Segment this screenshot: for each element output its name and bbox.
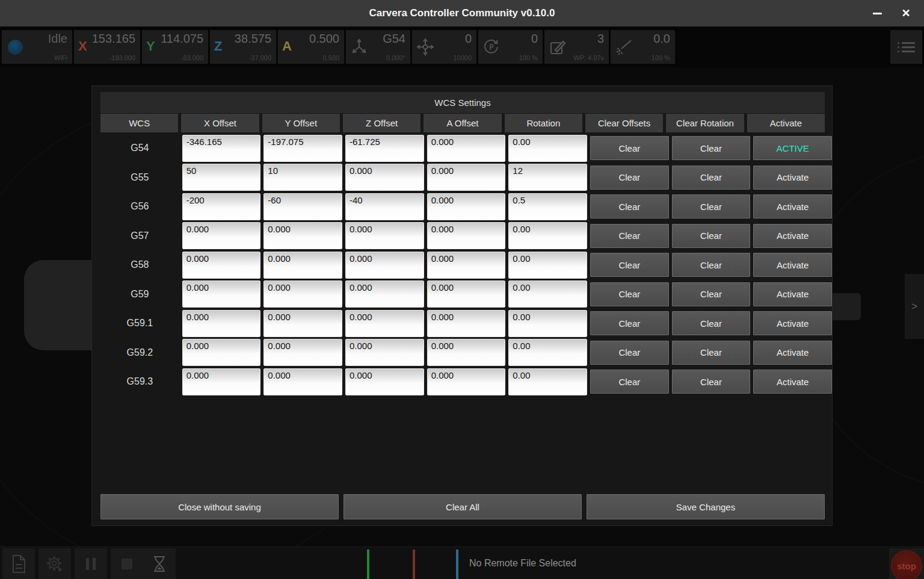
clear-offsets-button[interactable]: Clear	[590, 253, 669, 277]
clear-offsets-button[interactable]: Clear	[590, 224, 669, 248]
activate-button[interactable]: Activate	[753, 370, 832, 394]
a-offset-input[interactable]	[427, 164, 506, 191]
file-open-button[interactable]	[2, 548, 35, 579]
x-offset-input[interactable]	[182, 368, 261, 395]
close-button[interactable]: ✕	[893, 0, 919, 26]
activate-button[interactable]: Activate	[753, 194, 832, 218]
run-button[interactable]	[38, 548, 71, 579]
y-offset-input[interactable]	[263, 310, 342, 337]
side-panel-toggle[interactable]: >	[905, 274, 924, 339]
y-offset-input[interactable]	[263, 164, 342, 191]
stop-job-button[interactable]	[111, 548, 143, 579]
x-offset-input[interactable]	[182, 310, 261, 337]
a-offset-input[interactable]	[427, 280, 506, 308]
z-offset-input[interactable]	[345, 222, 424, 249]
y-offset-input[interactable]	[263, 222, 342, 249]
wcs-status-cell[interactable]: G54 0.000°	[346, 30, 410, 64]
rotation-input[interactable]	[508, 310, 587, 337]
connection-status-cell[interactable]: Idle WiFi	[2, 30, 72, 64]
rotation-input[interactable]	[508, 193, 587, 220]
axis-cell-y[interactable]: Y 114.075 -83.000	[142, 30, 208, 64]
y-offset-input[interactable]	[263, 280, 342, 308]
z-offset-input[interactable]	[345, 252, 424, 279]
clear-offsets-button[interactable]: Clear	[590, 282, 669, 306]
a-offset-input[interactable]	[427, 368, 506, 395]
activate-button[interactable]: Activate	[753, 224, 832, 248]
axis-cell-x[interactable]: X 153.165 -193.000	[74, 30, 140, 64]
y-offset-input[interactable]	[263, 252, 342, 279]
clear-offsets-button[interactable]: Clear	[590, 136, 669, 160]
laser-icon	[615, 38, 633, 56]
minimize-button[interactable]	[864, 0, 890, 26]
a-offset-input[interactable]	[427, 222, 506, 249]
activate-button[interactable]: Activate	[753, 253, 832, 277]
clear-offsets-button[interactable]: Clear	[590, 194, 669, 218]
activate-button[interactable]: ACTIVE	[753, 136, 832, 160]
x-offset-input[interactable]	[182, 339, 261, 366]
dialog-title: WCS Settings	[100, 92, 825, 113]
clear-rotation-button[interactable]: Clear	[672, 341, 751, 365]
a-offset-input[interactable]	[427, 135, 506, 162]
rotation-input[interactable]	[508, 368, 587, 395]
x-offset-input[interactable]	[182, 222, 261, 249]
rotation-input[interactable]	[508, 135, 587, 162]
z-offset-input[interactable]	[345, 280, 424, 308]
y-offset-input[interactable]	[263, 135, 342, 162]
activate-button[interactable]: Activate	[753, 341, 832, 365]
x-offset-input[interactable]	[182, 164, 261, 191]
spindle-rotation-icon	[482, 38, 500, 56]
pendant-button[interactable]	[143, 548, 176, 579]
rotation-input[interactable]	[508, 252, 587, 279]
clear-offsets-button[interactable]: Clear	[590, 341, 669, 365]
rotation-input[interactable]	[508, 164, 587, 191]
activate-button[interactable]: Activate	[753, 166, 832, 190]
clear-rotation-button[interactable]: Clear	[672, 282, 751, 306]
clear-rotation-button[interactable]: Clear	[672, 311, 751, 335]
clear-rotation-button[interactable]: Clear	[672, 370, 751, 394]
clear-rotation-button[interactable]: Clear	[672, 136, 751, 160]
z-offset-input[interactable]	[345, 310, 424, 337]
rotation-input[interactable]	[508, 280, 587, 308]
a-offset-input[interactable]	[427, 193, 506, 220]
clear-rotation-button[interactable]: Clear	[672, 224, 751, 248]
clear-rotation-button[interactable]: Clear	[672, 166, 751, 190]
x-offset-input[interactable]	[182, 280, 261, 308]
close-without-saving-button[interactable]: Close without saving	[100, 494, 339, 519]
rotation-input[interactable]	[508, 339, 587, 366]
x-offset-input[interactable]	[182, 193, 261, 220]
y-offset-input[interactable]	[263, 193, 342, 220]
x-offset-input[interactable]	[182, 252, 261, 279]
pause-button[interactable]	[75, 548, 107, 579]
activate-button[interactable]: Activate	[753, 282, 832, 306]
clear-rotation-button[interactable]: Clear	[672, 253, 751, 277]
clear-offsets-button[interactable]: Clear	[590, 166, 669, 190]
spindle-status-cell[interactable]: 0 100 %	[478, 30, 543, 64]
tool-status-cell[interactable]: 3 WP: 4.07v	[544, 30, 609, 64]
clear-rotation-button[interactable]: Clear	[672, 194, 751, 218]
clear-all-button[interactable]: Clear All	[343, 494, 582, 519]
axis-cell-z[interactable]: Z 38.575 -37.000	[210, 30, 276, 64]
z-offset-input[interactable]	[345, 368, 424, 395]
rotation-input[interactable]	[508, 222, 587, 249]
laser-status-cell[interactable]: 0.0 100 %	[611, 30, 675, 64]
z-offset-input[interactable]	[345, 164, 424, 191]
a-offset-input[interactable]	[427, 252, 506, 279]
status-menu-button[interactable]	[890, 30, 922, 64]
clear-offsets-button[interactable]: Clear	[590, 370, 669, 394]
wcs-rotation: 0.000°	[386, 54, 405, 61]
y-offset-input[interactable]	[263, 368, 342, 395]
z-offset-input[interactable]	[345, 135, 424, 162]
activate-button[interactable]: Activate	[753, 311, 832, 335]
save-changes-button[interactable]: Save Changes	[587, 494, 825, 519]
z-offset-input[interactable]	[345, 339, 424, 366]
a-offset-input[interactable]	[427, 310, 506, 337]
a-offset-input[interactable]	[427, 339, 506, 366]
emergency-stop-button[interactable]: stop	[891, 550, 922, 579]
y-offset-input[interactable]	[263, 339, 342, 366]
feed-status-cell[interactable]: 0 10000	[412, 30, 476, 64]
z-offset-input[interactable]	[345, 193, 424, 220]
axis-cell-a[interactable]: A 0.500 0.500	[278, 30, 344, 64]
x-offset-input[interactable]	[182, 135, 261, 162]
clear-offsets-button[interactable]: Clear	[590, 311, 669, 335]
column-header: Activate	[747, 114, 825, 132]
